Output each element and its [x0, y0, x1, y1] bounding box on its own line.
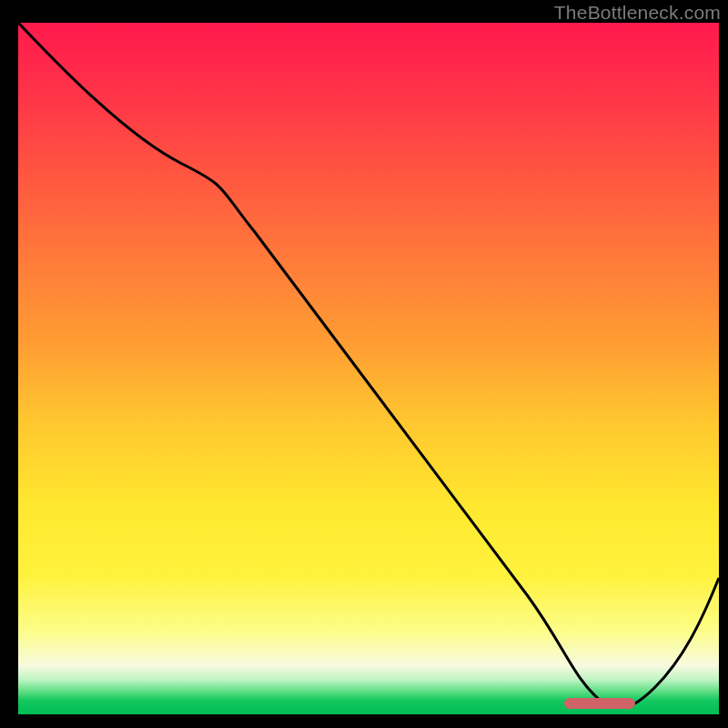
chart-canvas: TheBottleneck.com	[0, 0, 728, 728]
optimum-marker	[564, 698, 635, 709]
watermark-text: TheBottleneck.com	[554, 2, 721, 24]
bottleneck-curve	[18, 23, 719, 707]
curve-layer	[18, 23, 719, 714]
plot-area	[18, 23, 719, 714]
